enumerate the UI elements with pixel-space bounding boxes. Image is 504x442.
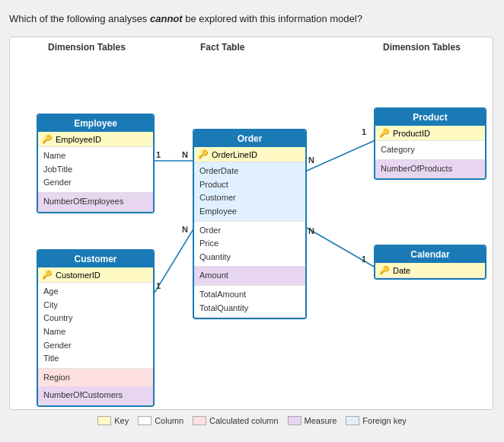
order-columns: Order Price Quantity [194,222,305,267]
product-pk-row: 🔑 ProductID [375,126,485,141]
swatch-fk [346,416,359,425]
customer-columns: Age City Country Name Gender Title [38,283,153,369]
employee-measure-val: NumberOfEmployees [43,195,148,209]
product-table: Product 🔑 ProductID Category NumberOfPro… [374,107,486,180]
customer-table: Customer 🔑 CustomerID Age City Country N… [37,249,155,407]
key-icon-cal: 🔑 [379,265,390,275]
employee-col-name: Name [43,149,148,163]
order-fk-employee: Employee [199,205,300,219]
customer-table-header: Customer [38,251,153,267]
product-pk: ProductID [393,129,430,138]
cust-col-country: Country [43,312,148,325]
key-icon-order: 🔑 [198,149,209,159]
cust-col-title: Title [43,352,148,366]
legend-calc: Calculated column [193,416,279,425]
order-measure-amount: Amount [194,267,305,286]
order-table: Order 🔑 OrderLineID OrderDate Product Cu… [193,129,307,319]
legend-key-label: Key [114,416,129,425]
question-text: Which of the following analyses cannot b… [9,12,495,26]
key-icon-prod: 🔑 [379,128,390,138]
employee-table-header: Employee [38,115,153,132]
cust-measure-val: NumberOfCustomers [43,389,148,402]
customer-calc: Region [38,369,153,387]
employee-pk: EmployeeID [56,135,101,144]
svg-line-2 [307,140,375,171]
mult-cust-1: 1 [156,281,161,290]
order-fk-product: Product [199,178,300,192]
swatch-measure [288,416,301,425]
legend-col: Column [138,416,183,425]
employee-measure: NumberOfEmployees [38,193,153,212]
employee-columns: Name JobTitle Gender [38,147,153,193]
mult-emp-1: 1 [156,150,161,159]
legend-calc-label: Calculated column [209,416,279,425]
product-measure: NumberOfProducts [375,160,485,179]
swatch-key [97,416,111,425]
product-columns: Category [375,141,485,160]
calendar-pk-row: 🔑 Date [375,263,485,278]
product-table-header: Product [375,109,485,126]
legend-fk: Foreign key [346,416,406,425]
order-table-header: Order [194,130,305,147]
prod-measure-val: NumberOfProducts [381,162,480,176]
order-total-qty: TotalQuantity [199,302,300,315]
employee-pk-row: 🔑 EmployeeID [38,132,153,147]
swatch-col [138,416,152,425]
cust-col-gender: Gender [43,339,148,353]
order-col-price: Price [199,237,300,251]
employee-col-gender: Gender [43,176,148,190]
swatch-calc [193,416,206,425]
employee-table: Employee 🔑 EmployeeID Name JobTitle Gend… [37,114,155,213]
section-label-center: Fact Table [200,42,244,53]
legend-fk-label: Foreign key [362,416,406,425]
legend-key: Key [97,416,129,425]
prod-col-category: Category [381,143,480,157]
calendar-table: Calendar 🔑 Date [374,245,486,280]
mult-ord-prod-1: 1 [362,127,366,136]
mult-ord-cal-n: N [308,226,314,235]
order-totals: TotalAmount TotalQuantity [194,286,305,318]
order-pk-row: 🔑 OrderLineID [194,147,305,162]
cust-col-name: Name [43,325,148,339]
customer-pk-row: 🔑 CustomerID [38,267,153,283]
calendar-table-header: Calendar [375,246,485,263]
mult-ord-cal-1: 1 [362,255,366,264]
order-total-amount: TotalAmount [199,288,300,302]
order-fk-section: OrderDate Product Customer Employee [194,162,305,221]
section-label-right: Dimension Tables [383,42,461,53]
employee-col-jobtitle: JobTitle [43,163,148,177]
key-icon: 🔑 [42,134,53,144]
cust-calc-region: Region [43,371,148,385]
section-label-left: Dimension Tables [48,42,126,53]
legend-measure: Measure [288,416,337,425]
legend-col-label: Column [155,416,183,425]
key-icon-cust: 🔑 [42,270,53,280]
cust-col-city: City [43,299,148,312]
order-fk-orderdate: OrderDate [199,165,300,178]
order-col-qty: Quantity [199,251,300,264]
legend: Key Column Calculated column Measure For… [9,416,495,425]
cust-col-age: Age [43,285,148,299]
calendar-pk: Date [393,266,410,275]
diagram-area: Dimension Tables Fact Table Dimension Ta… [9,37,493,410]
legend-measure-label: Measure [305,416,337,425]
customer-pk: CustomerID [56,271,100,280]
mult-emp-n: N [182,150,188,159]
mult-cust-n: N [182,225,188,234]
order-col-order: Order [199,224,300,238]
order-fk-customer: Customer [199,191,300,205]
order-amount-val: Amount [199,269,300,283]
customer-measure: NumberOfCustomers [38,386,153,405]
main-container: Which of the following analyses cannot b… [0,0,504,442]
order-pk: OrderLineID [212,150,257,159]
mult-ord-prod-n: N [308,155,314,165]
